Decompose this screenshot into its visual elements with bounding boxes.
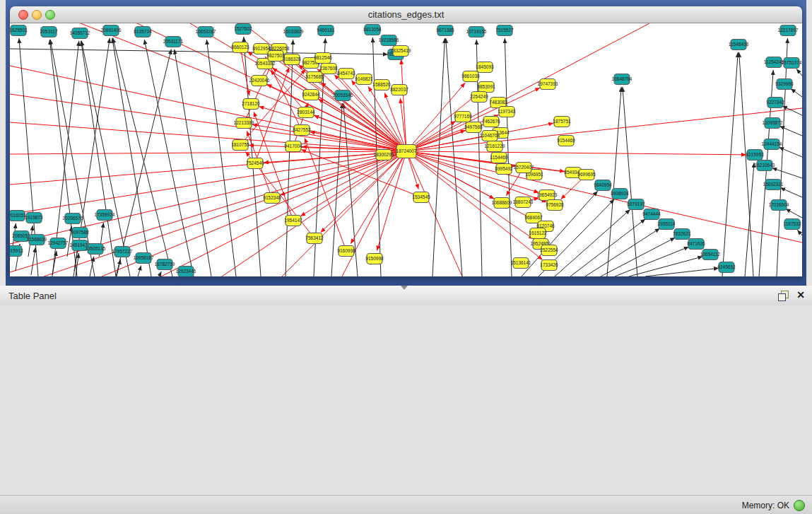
graph-node[interactable]: 22420046: [249, 76, 270, 86]
graph-node[interactable]: 15751074: [782, 58, 802, 69]
graph-node[interactable]: 9146821: [355, 74, 373, 85]
graph-node[interactable]: 12213389: [234, 118, 254, 129]
graph-node[interactable]: 8813054: [363, 25, 382, 35]
graph-node[interactable]: 2016051: [10, 211, 26, 221]
graph-node[interactable]: 7515527: [495, 25, 514, 36]
graph-node[interactable]: 1954147: [284, 216, 302, 226]
graph-node[interactable]: 9329966: [775, 79, 794, 90]
network-canvas[interactable]: 1625501205311714055712208914068135724205…: [10, 23, 802, 276]
graph-node[interactable]: 11548408: [729, 40, 749, 50]
graph-node[interactable]: 14055712: [70, 28, 90, 39]
graph-node[interactable]: 15136141: [511, 258, 531, 269]
graph-node[interactable]: 9497568: [464, 122, 483, 133]
graph-node[interactable]: 12444154: [762, 139, 782, 150]
graph-node[interactable]: 20206576: [63, 214, 83, 224]
graph-node[interactable]: 8660123: [231, 42, 249, 53]
graph-node[interactable]: 16648784: [612, 74, 632, 85]
split-pane-collapse-handle[interactable]: [401, 286, 408, 290]
graph-node[interactable]: 16210643: [755, 160, 775, 171]
graph-node[interactable]: 1534545: [412, 192, 430, 203]
graph-node[interactable]: 12217897: [778, 25, 799, 36]
graph-node[interactable]: 8995492: [495, 164, 513, 175]
graph-node[interactable]: 15720407: [514, 163, 534, 173]
graph-node[interactable]: 17016504: [769, 200, 789, 211]
graph-node[interactable]: 19654923: [537, 190, 558, 201]
graph-node[interactable]: 9853091: [477, 82, 495, 93]
graph-node[interactable]: 9840954: [594, 180, 612, 191]
graph-node[interactable]: 9154469: [557, 136, 575, 146]
graph-node[interactable]: 20891406: [101, 25, 122, 36]
graph-node[interactable]: 7524540: [246, 158, 264, 169]
graph-node[interactable]: 9699695: [577, 170, 596, 180]
graph-node[interactable]: 9245652: [717, 262, 736, 273]
graph-node[interactable]: 8427552: [293, 125, 311, 136]
graph-node[interactable]: 2053117: [40, 27, 58, 37]
graph-node[interactable]: 1154469: [490, 153, 508, 163]
graph-node[interactable]: 16782759: [155, 259, 175, 270]
graph-node[interactable]: 1875751: [553, 117, 571, 127]
graph-node[interactable]: 8938924: [611, 189, 629, 199]
graph-node[interactable]: 13505135: [86, 244, 106, 255]
graph-node[interactable]: 12923446: [176, 267, 196, 277]
network-window-titlebar[interactable]: citations_edges.txt: [10, 6, 802, 23]
graph-node[interactable]: 17957227: [112, 247, 133, 257]
graph-node[interactable]: 18325419: [391, 46, 411, 57]
graph-node[interactable]: 3915913: [10, 246, 23, 257]
graph-node[interactable]: 10654112: [700, 250, 721, 260]
graph-node[interactable]: 9227342: [766, 98, 784, 108]
graph-node[interactable]: 9150998: [365, 254, 384, 264]
graph-node[interactable]: 1187533: [784, 219, 801, 230]
graph-node[interactable]: 8454743: [337, 69, 355, 79]
graph-node[interactable]: 9160998: [337, 246, 355, 257]
network-view-window[interactable]: citations_edges.txt 16255012053117140557…: [10, 6, 802, 276]
graph-node[interactable]: 10688609: [492, 198, 512, 209]
graph-node[interactable]: 11568639: [27, 235, 47, 245]
graph-node[interactable]: 2522554: [540, 245, 558, 256]
close-panel-icon[interactable]: ✕: [796, 289, 805, 300]
graph-node[interactable]: 6879197: [627, 199, 645, 210]
graph-node[interactable]: 2718120: [242, 99, 260, 110]
graph-node[interactable]: 2367608: [319, 64, 338, 74]
graph-node[interactable]: 9756928: [546, 200, 564, 211]
graph-node[interactable]: 8135724: [134, 27, 152, 37]
graph-node[interactable]: 8471626: [687, 239, 705, 250]
graph-node[interactable]: 16033809: [283, 27, 304, 37]
graph-node[interactable]: 9861038: [461, 71, 480, 82]
graph-node[interactable]: 9827503: [266, 51, 285, 62]
graph-node[interactable]: 9152348: [263, 193, 281, 204]
graph-node[interactable]: 18807243: [513, 197, 534, 208]
graph-node[interactable]: 10653287: [196, 27, 216, 37]
graph-node[interactable]: 1810755: [231, 140, 249, 151]
float-panel-icon[interactable]: [778, 291, 788, 300]
graph-node[interactable]: 12093872: [763, 118, 783, 129]
graph-node[interactable]: 1915873: [25, 213, 43, 223]
graph-node[interactable]: 1588520: [372, 80, 391, 90]
graph-node[interactable]: 12942757: [48, 238, 69, 249]
graph-node[interactable]: 9812546: [314, 53, 332, 64]
graph-node[interactable]: 10719155: [466, 27, 487, 37]
graph-node[interactable]: 19747393: [538, 79, 558, 90]
graph-node[interactable]: 1625501: [10, 25, 28, 36]
graph-node[interactable]: 1733426: [540, 260, 558, 271]
graph-node[interactable]: 18300295: [374, 150, 394, 160]
graph-node[interactable]: 7462676: [482, 117, 500, 127]
graph-node[interactable]: 9671385: [436, 25, 454, 36]
graph-node[interactable]: 15692331: [763, 180, 784, 190]
graph-node[interactable]: 9215953: [746, 150, 764, 160]
graph-node[interactable]: 2935114: [658, 219, 676, 230]
graph-node[interactable]: 3175685: [305, 72, 324, 83]
graph-node[interactable]: 20053346: [333, 90, 353, 101]
graph-node[interactable]: 9097588: [71, 228, 89, 238]
graph-node[interactable]: 7632621: [673, 229, 691, 240]
graph-node[interactable]: 11046708: [480, 131, 500, 141]
graph-node[interactable]: 9474444: [642, 209, 661, 220]
graph-node[interactable]: 9466161: [317, 25, 335, 36]
graph-node[interactable]: 18724007: [396, 145, 417, 158]
graph-node[interactable]: 9242844: [302, 90, 320, 100]
graph-node[interactable]: 8186328: [283, 54, 301, 65]
graph-node[interactable]: 17359924: [95, 210, 115, 221]
graph-node[interactable]: 20531171: [163, 37, 184, 47]
graph-node[interactable]: 19218586: [379, 35, 399, 46]
graph-node[interactable]: 2254249: [470, 92, 488, 103]
graph-node[interactable]: 9417004: [284, 141, 302, 152]
